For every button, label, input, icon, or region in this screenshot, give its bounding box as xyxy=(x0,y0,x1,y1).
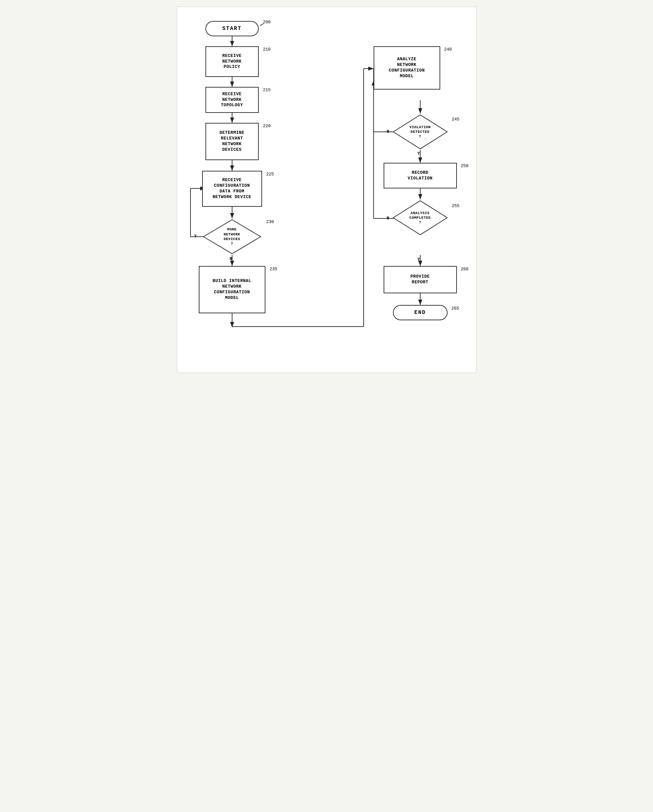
ref-250: 250 xyxy=(461,163,468,168)
node-250: RECORD VIOLATION xyxy=(384,163,457,188)
node-225: RECEIVE CONFIGURATION DATA FROM NETWORK … xyxy=(202,171,262,207)
label-255-y: Y xyxy=(417,257,420,262)
node-255: ANALYSIS COMPLETED ? xyxy=(392,199,448,236)
label-245-y: Y xyxy=(417,151,420,156)
node-240: ANALYZE NETWORK CONFIGURATION MODEL xyxy=(374,46,440,90)
ref-245: 245 xyxy=(452,117,460,122)
ref-225: 225 xyxy=(266,172,274,177)
node-260: PROVIDE REPORT xyxy=(384,266,457,293)
node-245: VIOLATION DETECTED ? xyxy=(392,113,448,150)
start-node: START xyxy=(205,21,259,36)
ref-255: 255 xyxy=(452,203,460,208)
label-230-y: Y xyxy=(194,234,197,239)
ref-260: 260 xyxy=(461,267,468,272)
node-230: MORE NETWORK DEVICES ? xyxy=(202,218,262,255)
label-230-n: N xyxy=(230,257,232,261)
node-210: RECEIVE NETWORK POLICY xyxy=(205,46,259,77)
ref-210: 210 xyxy=(263,47,271,52)
ref-265: 265 xyxy=(451,306,459,311)
node-235: BUILD INTERNAL NETWORK CONFIGURATION MOD… xyxy=(199,266,265,313)
ref-235: 235 xyxy=(270,267,277,272)
ref-200: 200 xyxy=(263,20,271,24)
node-220: DETERMINE RELEVANT NETWORK DEVICES xyxy=(205,123,259,160)
ref-240: 240 xyxy=(444,47,452,52)
arrow-235-down xyxy=(229,313,236,330)
ref-215: 215 xyxy=(263,87,271,93)
label-245-n: N xyxy=(387,130,389,134)
flowchart-container: START 200 RECEIVE NETWORK POLICY 210 REC… xyxy=(177,7,477,373)
label-255-n: N xyxy=(387,216,389,221)
end-node: END xyxy=(393,305,448,320)
ref-230: 230 xyxy=(266,220,274,224)
ref-220: 220 xyxy=(263,124,271,128)
node-215: RECEIVE NETWORK TOPOLOGY xyxy=(205,87,259,113)
